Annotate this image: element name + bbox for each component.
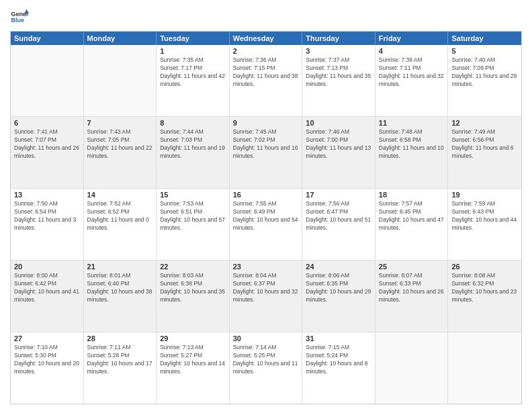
calendar-cell: 20Sunrise: 8:00 AM Sunset: 6:42 PM Dayli… [11, 261, 84, 332]
calendar: SundayMondayTuesdayWednesdayThursdayFrid… [10, 31, 522, 404]
day-number: 21 [87, 263, 153, 271]
cell-content: Sunrise: 7:57 AM Sunset: 6:45 PM Dayligh… [379, 200, 445, 232]
calendar-cell: 8Sunrise: 7:44 AM Sunset: 7:03 PM Daylig… [157, 117, 230, 188]
day-number: 11 [379, 119, 445, 127]
cell-content: Sunrise: 7:35 AM Sunset: 7:17 PM Dayligh… [160, 56, 226, 89]
day-number: 31 [306, 334, 371, 342]
cell-content: Sunrise: 7:43 AM Sunset: 7:05 PM Dayligh… [87, 128, 153, 161]
calendar-cell: 2Sunrise: 7:36 AM Sunset: 7:15 PM Daylig… [230, 45, 303, 116]
day-number: 18 [379, 191, 445, 199]
weekday-header-thursday: Thursday [302, 32, 375, 45]
cell-content: Sunrise: 7:36 AM Sunset: 7:15 PM Dayligh… [233, 56, 299, 89]
cell-content: Sunrise: 7:37 AM Sunset: 7:13 PM Dayligh… [306, 56, 371, 89]
calendar-cell: 5Sunrise: 7:40 AM Sunset: 7:09 PM Daylig… [448, 45, 521, 116]
svg-text:Blue: Blue [11, 17, 24, 24]
day-number: 22 [160, 263, 226, 271]
page-header: General Blue [10, 7, 522, 26]
cell-content: Sunrise: 7:14 AM Sunset: 5:25 PM Dayligh… [233, 344, 299, 376]
weekday-header-tuesday: Tuesday [157, 32, 230, 45]
cell-content: Sunrise: 7:50 AM Sunset: 6:54 PM Dayligh… [14, 200, 80, 232]
day-number: 10 [306, 119, 371, 127]
cell-content: Sunrise: 7:56 AM Sunset: 6:47 PM Dayligh… [306, 200, 371, 232]
calendar-cell: 6Sunrise: 7:41 AM Sunset: 7:07 PM Daylig… [11, 117, 84, 188]
calendar-cell: 29Sunrise: 7:13 AM Sunset: 5:27 PM Dayli… [157, 332, 230, 404]
calendar-cell: 17Sunrise: 7:56 AM Sunset: 6:47 PM Dayli… [302, 189, 375, 260]
cell-content: Sunrise: 7:59 AM Sunset: 6:43 PM Dayligh… [451, 200, 518, 232]
calendar-cell: 30Sunrise: 7:14 AM Sunset: 5:25 PM Dayli… [230, 332, 303, 404]
calendar-row: 6Sunrise: 7:41 AM Sunset: 7:07 PM Daylig… [11, 116, 521, 188]
day-number: 20 [14, 263, 80, 271]
day-number: 1 [160, 47, 226, 55]
calendar-cell: 28Sunrise: 7:11 AM Sunset: 5:28 PM Dayli… [84, 332, 157, 404]
calendar-cell: 7Sunrise: 7:43 AM Sunset: 7:05 PM Daylig… [84, 117, 157, 188]
cell-content: Sunrise: 7:45 AM Sunset: 7:02 PM Dayligh… [233, 128, 299, 161]
day-number: 23 [233, 263, 299, 271]
calendar-cell: 4Sunrise: 7:39 AM Sunset: 7:11 PM Daylig… [375, 45, 449, 116]
cell-content: Sunrise: 7:44 AM Sunset: 7:03 PM Dayligh… [160, 128, 226, 161]
cell-content: Sunrise: 7:53 AM Sunset: 6:51 PM Dayligh… [160, 200, 226, 232]
calendar-cell: 10Sunrise: 7:46 AM Sunset: 7:00 PM Dayli… [302, 117, 375, 188]
day-number: 7 [87, 119, 153, 127]
cell-content: Sunrise: 7:41 AM Sunset: 7:07 PM Dayligh… [14, 128, 80, 161]
calendar-cell: 3Sunrise: 7:37 AM Sunset: 7:13 PM Daylig… [302, 45, 375, 116]
calendar-cell: 12Sunrise: 7:49 AM Sunset: 6:56 PM Dayli… [448, 117, 521, 188]
day-number: 24 [306, 263, 371, 271]
day-number: 26 [451, 263, 518, 271]
calendar-cell: 27Sunrise: 7:10 AM Sunset: 5:30 PM Dayli… [11, 332, 84, 404]
calendar-cell: 13Sunrise: 7:50 AM Sunset: 6:54 PM Dayli… [11, 189, 84, 260]
calendar-cell: 31Sunrise: 7:15 AM Sunset: 5:24 PM Dayli… [302, 332, 375, 404]
day-number: 17 [306, 191, 371, 199]
calendar-cell: 11Sunrise: 7:48 AM Sunset: 6:58 PM Dayli… [375, 117, 449, 188]
day-number: 3 [306, 47, 371, 55]
day-number: 8 [160, 119, 226, 127]
cell-content: Sunrise: 7:49 AM Sunset: 6:56 PM Dayligh… [451, 128, 518, 161]
day-number: 6 [14, 119, 80, 127]
calendar-cell [11, 45, 84, 116]
calendar-row: 20Sunrise: 8:00 AM Sunset: 6:42 PM Dayli… [11, 260, 521, 332]
cell-content: Sunrise: 8:06 AM Sunset: 6:35 PM Dayligh… [306, 272, 371, 304]
cell-content: Sunrise: 7:46 AM Sunset: 7:00 PM Dayligh… [306, 128, 371, 161]
calendar-row: 13Sunrise: 7:50 AM Sunset: 6:54 PM Dayli… [11, 188, 521, 260]
calendar-cell: 14Sunrise: 7:52 AM Sunset: 6:52 PM Dayli… [84, 189, 157, 260]
logo-icon: General Blue [10, 7, 29, 26]
calendar-header: SundayMondayTuesdayWednesdayThursdayFrid… [11, 32, 521, 45]
calendar-cell [375, 332, 449, 404]
cell-content: Sunrise: 7:40 AM Sunset: 7:09 PM Dayligh… [451, 56, 518, 89]
calendar-cell [448, 332, 521, 404]
calendar-cell: 25Sunrise: 8:07 AM Sunset: 6:33 PM Dayli… [375, 261, 449, 332]
cell-content: Sunrise: 7:55 AM Sunset: 6:49 PM Dayligh… [233, 200, 299, 232]
calendar-cell: 16Sunrise: 7:55 AM Sunset: 6:49 PM Dayli… [230, 189, 303, 260]
day-number: 2 [233, 47, 299, 55]
day-number: 25 [379, 263, 445, 271]
calendar-cell: 1Sunrise: 7:35 AM Sunset: 7:17 PM Daylig… [157, 45, 230, 116]
calendar-cell: 22Sunrise: 8:03 AM Sunset: 6:38 PM Dayli… [157, 261, 230, 332]
calendar-row: 1Sunrise: 7:35 AM Sunset: 7:17 PM Daylig… [11, 45, 521, 116]
calendar-cell: 21Sunrise: 8:01 AM Sunset: 6:40 PM Dayli… [84, 261, 157, 332]
day-number: 13 [14, 191, 80, 199]
cell-content: Sunrise: 8:01 AM Sunset: 6:40 PM Dayligh… [87, 272, 153, 304]
cell-content: Sunrise: 8:00 AM Sunset: 6:42 PM Dayligh… [14, 272, 80, 304]
calendar-cell: 23Sunrise: 8:04 AM Sunset: 6:37 PM Dayli… [230, 261, 303, 332]
day-number: 29 [160, 334, 226, 342]
cell-content: Sunrise: 7:10 AM Sunset: 5:30 PM Dayligh… [14, 344, 80, 376]
cell-content: Sunrise: 8:08 AM Sunset: 6:32 PM Dayligh… [451, 272, 518, 304]
cell-content: Sunrise: 7:52 AM Sunset: 6:52 PM Dayligh… [87, 200, 153, 232]
day-number: 4 [379, 47, 445, 55]
day-number: 27 [14, 334, 80, 342]
cell-content: Sunrise: 7:13 AM Sunset: 5:27 PM Dayligh… [160, 344, 226, 376]
calendar-row: 27Sunrise: 7:10 AM Sunset: 5:30 PM Dayli… [11, 332, 521, 404]
cell-content: Sunrise: 7:15 AM Sunset: 5:24 PM Dayligh… [306, 344, 371, 376]
day-number: 15 [160, 191, 226, 199]
day-number: 16 [233, 191, 299, 199]
weekday-header-wednesday: Wednesday [230, 32, 303, 45]
calendar-cell: 18Sunrise: 7:57 AM Sunset: 6:45 PM Dayli… [375, 189, 449, 260]
calendar-body: 1Sunrise: 7:35 AM Sunset: 7:17 PM Daylig… [11, 45, 521, 404]
day-number: 28 [87, 334, 153, 342]
cell-content: Sunrise: 8:03 AM Sunset: 6:38 PM Dayligh… [160, 272, 226, 304]
calendar-cell: 19Sunrise: 7:59 AM Sunset: 6:43 PM Dayli… [448, 189, 521, 260]
weekday-header-monday: Monday [84, 32, 157, 45]
logo: General Blue [10, 7, 29, 26]
day-number: 12 [451, 119, 518, 127]
calendar-cell: 26Sunrise: 8:08 AM Sunset: 6:32 PM Dayli… [448, 261, 521, 332]
calendar-cell [84, 45, 157, 116]
